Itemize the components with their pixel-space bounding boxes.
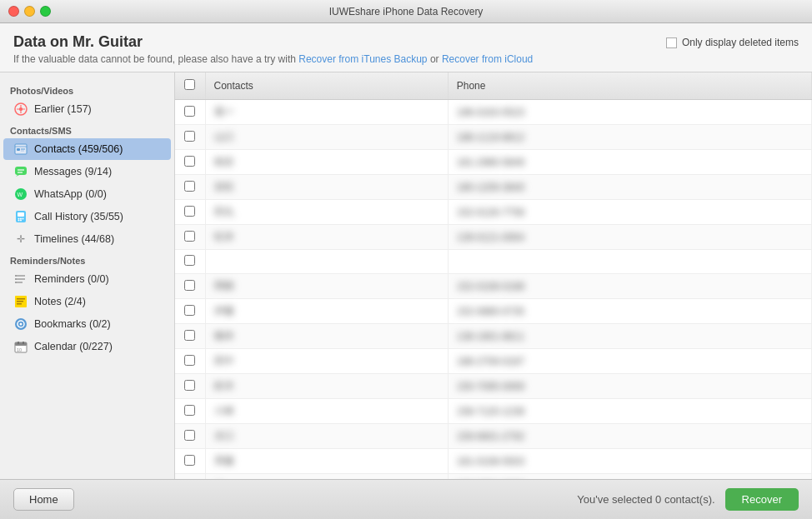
contact-phone: 180-1209-3840 <box>448 175 811 200</box>
table-row: 葛ー196-0163-5523 <box>175 100 812 125</box>
row-checkbox-cell <box>175 100 205 125</box>
icloud-link[interactable]: Recover from iCloud <box>442 53 533 65</box>
svg-point-17 <box>23 218 24 220</box>
table-body: 葛ー196-0163-5523山口188-1119-8812粕谷181-2980… <box>175 100 812 480</box>
table-row: 山口188-1119-8812 <box>175 125 812 150</box>
svg-point-15 <box>18 218 20 220</box>
sidebar-item-label-earlier: Earlier (157) <box>34 103 92 115</box>
sidebar-item-calendar[interactable]: 10Calendar (0/227) <box>3 336 171 357</box>
contact-name: 鈴木 <box>205 374 448 399</box>
sidebar-item-timelines[interactable]: ✛Timelines (44/68) <box>3 228 171 250</box>
minimize-button[interactable] <box>24 6 35 17</box>
contact-name: 伊藤 <box>205 299 448 324</box>
subtitle-prefix: If the valuable data cannot be found, pl… <box>13 53 296 65</box>
svg-point-16 <box>20 218 22 220</box>
svg-marker-7 <box>16 175 19 177</box>
sidebar-item-label-messages: Messages (9/14) <box>34 166 112 177</box>
contacts-table: Contacts Phone 葛ー196-0163-5523山口188-1119… <box>175 72 812 479</box>
body-area: Photos/VideosEarlier (157)Contacts/SMSCo… <box>0 72 812 479</box>
row-checkbox-6[interactable] <box>184 255 195 266</box>
row-checkbox-cell <box>175 424 205 449</box>
messages-icon <box>13 164 28 179</box>
sidebar-item-callhistory[interactable]: Call History (35/55) <box>3 206 171 227</box>
header-right: Only display deleted items <box>666 37 799 48</box>
contact-phone: 158-3701-0906 <box>448 474 811 480</box>
row-checkbox-7[interactable] <box>184 280 195 291</box>
timelines-icon: ✛ <box>13 232 28 247</box>
sidebar-item-contacts[interactable]: Contacts (459/506) <box>3 138 171 160</box>
svg-point-18 <box>18 220 20 222</box>
row-checkbox-cell <box>175 374 205 399</box>
contact-name: 松本 <box>205 225 448 250</box>
table-row <box>175 250 812 274</box>
table-row: 岡根152-0108-0188 <box>175 274 812 299</box>
close-button[interactable] <box>8 6 19 17</box>
sidebar-item-reminders[interactable]: Reminders (0/0) <box>3 268 171 290</box>
row-checkbox-8[interactable] <box>184 305 195 316</box>
row-checkbox-1[interactable] <box>184 131 195 142</box>
itunes-backup-link[interactable]: Recover from iTunes Backup <box>298 53 427 65</box>
reminders-icon <box>13 272 28 287</box>
svg-text:✛: ✛ <box>17 233 25 245</box>
svg-point-26 <box>15 282 17 283</box>
contact-name: 岡根 <box>205 274 448 299</box>
sidebar-item-whatsapp[interactable]: WWhatsApp (0/0) <box>3 183 171 205</box>
row-checkbox-10[interactable] <box>184 355 195 366</box>
contact-name: 岩松 <box>205 175 448 200</box>
recover-button[interactable]: Recover <box>725 488 799 511</box>
notes-icon <box>13 294 28 309</box>
row-checkbox-5[interactable] <box>184 231 195 242</box>
row-checkbox-cell <box>175 250 205 274</box>
sidebar-item-earlier[interactable]: Earlier (157) <box>3 98 171 120</box>
sidebar-section-reminders-notes: Reminders/Notes <box>0 251 174 267</box>
svg-text:W: W <box>18 192 23 197</box>
home-button[interactable]: Home <box>13 488 74 511</box>
row-checkbox-14[interactable] <box>184 455 195 466</box>
window-title: IUWEshare iPhone Data Recovery <box>329 6 484 17</box>
contact-name: 水口 <box>205 424 448 449</box>
only-deleted-checkbox[interactable] <box>666 37 677 48</box>
table-row: 田中188-2709-0187 <box>175 349 812 374</box>
data-table-container[interactable]: Contacts Phone 葛ー196-0163-5523山口188-1119… <box>175 72 812 479</box>
row-checkbox-3[interactable] <box>184 181 195 192</box>
svg-rect-14 <box>18 212 24 217</box>
svg-point-19 <box>20 220 22 222</box>
sidebar-item-bookmarks[interactable]: Bookmarks (0/2) <box>3 313 171 335</box>
contact-phone: 159-6601-2792 <box>448 424 811 449</box>
contacts-icon <box>13 142 28 157</box>
row-checkbox-cell <box>175 349 205 374</box>
row-checkbox-11[interactable] <box>184 380 195 391</box>
row-checkbox-cell <box>175 175 205 200</box>
bookmarks-icon <box>13 317 28 332</box>
table-row: 伊藤152-0880-0735 <box>175 299 812 324</box>
row-checkbox-2[interactable] <box>184 156 195 167</box>
row-checkbox-4[interactable] <box>184 206 195 217</box>
sidebar: Photos/VideosEarlier (157)Contacts/SMSCo… <box>0 72 175 479</box>
row-checkbox-cell <box>175 299 205 324</box>
footer-right: You've selected 0 contact(s). Recover <box>577 488 799 511</box>
svg-point-25 <box>15 278 17 280</box>
table-row: 岩松180-1209-3840 <box>175 175 812 200</box>
sidebar-item-label-timelines: Timelines (44/68) <box>34 233 114 245</box>
select-all-checkbox[interactable] <box>184 79 195 90</box>
table-header: Contacts Phone <box>175 72 812 100</box>
row-checkbox-0[interactable] <box>184 106 195 117</box>
sidebar-item-notes[interactable]: Notes (2/4) <box>3 291 171 312</box>
sidebar-item-label-bookmarks: Bookmarks (0/2) <box>34 318 111 330</box>
window-controls[interactable] <box>8 6 51 17</box>
svg-rect-28 <box>17 298 25 300</box>
svg-rect-35 <box>15 342 27 346</box>
row-checkbox-12[interactable] <box>184 405 195 416</box>
row-checkbox-cell <box>175 150 205 175</box>
contact-phone: 152-0126-7758 <box>448 200 811 225</box>
row-checkbox-9[interactable] <box>184 330 195 341</box>
contact-phone: 196-0163-5523 <box>448 100 811 125</box>
contact-name: 小林 <box>205 399 448 424</box>
maximize-button[interactable] <box>40 6 51 17</box>
header: Data on Mr. Guitar If the valuable data … <box>0 23 812 72</box>
sidebar-item-messages[interactable]: Messages (9/14) <box>3 161 171 182</box>
contact-name: 葛ー <box>205 100 448 125</box>
calendar-icon: 10 <box>13 339 28 354</box>
col-checkbox <box>175 72 205 100</box>
row-checkbox-13[interactable] <box>184 430 195 441</box>
